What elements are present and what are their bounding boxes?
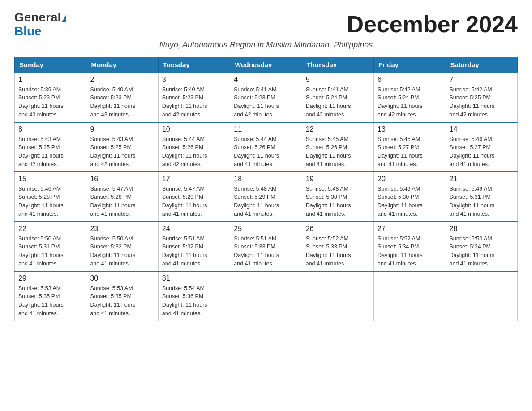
logo-triangle-icon bbox=[62, 14, 66, 22]
calendar-cell: 12Sunrise: 5:45 AMSunset: 5:26 PMDayligh… bbox=[302, 122, 373, 172]
calendar-cell: 19Sunrise: 5:48 AMSunset: 5:30 PMDayligh… bbox=[302, 172, 373, 222]
logo: General Blue bbox=[14, 11, 66, 39]
day-number: 2 bbox=[90, 76, 154, 84]
day-info: Sunrise: 5:46 AMSunset: 5:28 PMDaylight:… bbox=[18, 185, 82, 218]
day-info: Sunrise: 5:51 AMSunset: 5:33 PMDaylight:… bbox=[234, 235, 298, 268]
day-number: 24 bbox=[162, 225, 226, 233]
day-number: 27 bbox=[378, 225, 442, 233]
calendar-cell: 28Sunrise: 5:53 AMSunset: 5:34 PMDayligh… bbox=[446, 222, 517, 271]
calendar-cell: 13Sunrise: 5:45 AMSunset: 5:27 PMDayligh… bbox=[374, 122, 446, 172]
day-number: 23 bbox=[90, 225, 154, 233]
day-info: Sunrise: 5:53 AMSunset: 5:34 PMDaylight:… bbox=[450, 235, 514, 268]
day-number: 15 bbox=[18, 175, 82, 183]
calendar-header-friday: Friday bbox=[374, 57, 446, 73]
calendar-cell: 11Sunrise: 5:44 AMSunset: 5:26 PMDayligh… bbox=[230, 122, 302, 172]
day-number: 31 bbox=[162, 274, 226, 283]
calendar-cell: 24Sunrise: 5:51 AMSunset: 5:32 PMDayligh… bbox=[158, 222, 230, 271]
calendar-cell: 4Sunrise: 5:41 AMSunset: 5:23 PMDaylight… bbox=[230, 73, 302, 122]
day-info: Sunrise: 5:52 AMSunset: 5:34 PMDaylight:… bbox=[378, 235, 442, 268]
day-info: Sunrise: 5:40 AMSunset: 5:23 PMDaylight:… bbox=[162, 86, 226, 119]
day-info: Sunrise: 5:45 AMSunset: 5:26 PMDaylight:… bbox=[306, 135, 370, 169]
day-info: Sunrise: 5:40 AMSunset: 5:23 PMDaylight:… bbox=[90, 86, 154, 119]
day-info: Sunrise: 5:51 AMSunset: 5:32 PMDaylight:… bbox=[162, 235, 226, 268]
day-info: Sunrise: 5:54 AMSunset: 5:36 PMDaylight:… bbox=[162, 284, 226, 318]
calendar-cell bbox=[446, 271, 517, 321]
day-number: 25 bbox=[234, 225, 298, 233]
day-info: Sunrise: 5:48 AMSunset: 5:29 PMDaylight:… bbox=[234, 185, 298, 218]
calendar-cell: 22Sunrise: 5:50 AMSunset: 5:31 PMDayligh… bbox=[15, 222, 86, 271]
calendar-cell: 25Sunrise: 5:51 AMSunset: 5:33 PMDayligh… bbox=[230, 222, 302, 271]
calendar-week-row: 29Sunrise: 5:53 AMSunset: 5:35 PMDayligh… bbox=[15, 271, 518, 321]
calendar-cell: 26Sunrise: 5:52 AMSunset: 5:33 PMDayligh… bbox=[302, 222, 373, 271]
calendar-cell bbox=[230, 271, 302, 321]
calendar-cell: 15Sunrise: 5:46 AMSunset: 5:28 PMDayligh… bbox=[15, 172, 86, 222]
page-title: December 2024 bbox=[347, 11, 518, 38]
day-info: Sunrise: 5:41 AMSunset: 5:24 PMDaylight:… bbox=[306, 86, 370, 119]
day-number: 26 bbox=[306, 225, 370, 233]
calendar-header-monday: Monday bbox=[86, 57, 158, 73]
day-info: Sunrise: 5:47 AMSunset: 5:28 PMDaylight:… bbox=[90, 185, 154, 218]
calendar-cell: 10Sunrise: 5:44 AMSunset: 5:26 PMDayligh… bbox=[158, 122, 230, 172]
calendar-cell: 18Sunrise: 5:48 AMSunset: 5:29 PMDayligh… bbox=[230, 172, 302, 222]
day-info: Sunrise: 5:53 AMSunset: 5:35 PMDaylight:… bbox=[90, 284, 154, 318]
calendar-cell: 20Sunrise: 5:49 AMSunset: 5:30 PMDayligh… bbox=[374, 172, 446, 222]
day-info: Sunrise: 5:44 AMSunset: 5:26 PMDaylight:… bbox=[234, 135, 298, 169]
calendar-week-row: 8Sunrise: 5:43 AMSunset: 5:25 PMDaylight… bbox=[15, 122, 518, 172]
calendar-table: SundayMondayTuesdayWednesdayThursdayFrid… bbox=[14, 57, 518, 321]
day-info: Sunrise: 5:42 AMSunset: 5:24 PMDaylight:… bbox=[378, 86, 442, 119]
calendar-header-tuesday: Tuesday bbox=[158, 57, 230, 73]
calendar-cell: 5Sunrise: 5:41 AMSunset: 5:24 PMDaylight… bbox=[302, 73, 373, 122]
day-number: 9 bbox=[90, 125, 154, 133]
calendar-cell bbox=[374, 271, 446, 321]
day-info: Sunrise: 5:50 AMSunset: 5:31 PMDaylight:… bbox=[18, 235, 82, 268]
calendar-header-wednesday: Wednesday bbox=[230, 57, 302, 73]
calendar-cell: 31Sunrise: 5:54 AMSunset: 5:36 PMDayligh… bbox=[158, 271, 230, 321]
day-number: 7 bbox=[450, 76, 514, 84]
page-header: General Blue December 2024 bbox=[14, 11, 518, 39]
day-number: 21 bbox=[450, 175, 514, 183]
calendar-week-row: 1Sunrise: 5:39 AMSunset: 5:23 PMDaylight… bbox=[15, 73, 518, 122]
day-number: 3 bbox=[162, 76, 226, 84]
calendar-cell: 29Sunrise: 5:53 AMSunset: 5:35 PMDayligh… bbox=[15, 271, 86, 321]
day-number: 12 bbox=[306, 125, 370, 133]
calendar-cell: 21Sunrise: 5:49 AMSunset: 5:31 PMDayligh… bbox=[446, 172, 517, 222]
day-info: Sunrise: 5:52 AMSunset: 5:33 PMDaylight:… bbox=[306, 235, 370, 268]
calendar-header-thursday: Thursday bbox=[302, 57, 373, 73]
calendar-cell: 14Sunrise: 5:46 AMSunset: 5:27 PMDayligh… bbox=[446, 122, 517, 172]
calendar-cell: 3Sunrise: 5:40 AMSunset: 5:23 PMDaylight… bbox=[158, 73, 230, 122]
calendar-cell: 16Sunrise: 5:47 AMSunset: 5:28 PMDayligh… bbox=[86, 172, 158, 222]
day-info: Sunrise: 5:49 AMSunset: 5:31 PMDaylight:… bbox=[450, 185, 514, 218]
page-subtitle: Nuyo, Autonomous Region in Muslim Mindan… bbox=[14, 40, 518, 50]
day-number: 16 bbox=[90, 175, 154, 183]
day-number: 17 bbox=[162, 175, 226, 183]
logo-general-text: General bbox=[14, 11, 66, 25]
calendar-cell: 23Sunrise: 5:50 AMSunset: 5:32 PMDayligh… bbox=[86, 222, 158, 271]
day-number: 30 bbox=[90, 274, 154, 283]
day-number: 14 bbox=[450, 125, 514, 133]
calendar-cell: 8Sunrise: 5:43 AMSunset: 5:25 PMDaylight… bbox=[15, 122, 86, 172]
day-info: Sunrise: 5:44 AMSunset: 5:26 PMDaylight:… bbox=[162, 135, 226, 169]
calendar-cell: 6Sunrise: 5:42 AMSunset: 5:24 PMDaylight… bbox=[374, 73, 446, 122]
calendar-week-row: 22Sunrise: 5:50 AMSunset: 5:31 PMDayligh… bbox=[15, 222, 518, 271]
day-number: 5 bbox=[306, 76, 370, 84]
calendar-header-saturday: Saturday bbox=[446, 57, 517, 73]
calendar-cell: 17Sunrise: 5:47 AMSunset: 5:29 PMDayligh… bbox=[158, 172, 230, 222]
calendar-header-sunday: Sunday bbox=[15, 57, 86, 73]
day-number: 22 bbox=[18, 225, 82, 233]
calendar-cell: 7Sunrise: 5:42 AMSunset: 5:25 PMDaylight… bbox=[446, 73, 517, 122]
day-info: Sunrise: 5:42 AMSunset: 5:25 PMDaylight:… bbox=[450, 86, 514, 119]
day-number: 1 bbox=[18, 76, 82, 84]
day-number: 6 bbox=[378, 76, 442, 84]
day-number: 20 bbox=[378, 175, 442, 183]
calendar-cell: 2Sunrise: 5:40 AMSunset: 5:23 PMDaylight… bbox=[86, 73, 158, 122]
day-number: 4 bbox=[234, 76, 298, 84]
day-info: Sunrise: 5:45 AMSunset: 5:27 PMDaylight:… bbox=[378, 135, 442, 169]
day-number: 8 bbox=[18, 125, 82, 133]
day-number: 11 bbox=[234, 125, 298, 133]
calendar-header-row: SundayMondayTuesdayWednesdayThursdayFrid… bbox=[15, 57, 518, 73]
calendar-cell: 27Sunrise: 5:52 AMSunset: 5:34 PMDayligh… bbox=[374, 222, 446, 271]
day-number: 29 bbox=[18, 274, 82, 283]
day-info: Sunrise: 5:41 AMSunset: 5:23 PMDaylight:… bbox=[234, 86, 298, 119]
calendar-cell: 9Sunrise: 5:43 AMSunset: 5:25 PMDaylight… bbox=[86, 122, 158, 172]
calendar-cell: 30Sunrise: 5:53 AMSunset: 5:35 PMDayligh… bbox=[86, 271, 158, 321]
